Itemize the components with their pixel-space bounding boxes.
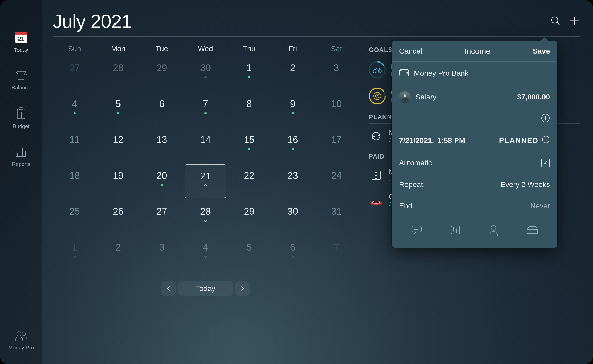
attachment-icon[interactable] (526, 225, 539, 237)
calendar-day[interactable]: 1 (53, 235, 96, 271)
calendar-day[interactable]: 5 (96, 92, 140, 127)
calendar-day[interactable]: 8 (227, 92, 271, 127)
event-dot (292, 148, 294, 150)
svg-line-47 (546, 140, 547, 140)
calendar-day[interactable]: 13 (140, 127, 184, 163)
calendar-day[interactable]: 6 (271, 235, 314, 271)
sidebar: 21 Today Balance (0, 0, 42, 364)
planned-dot (74, 256, 76, 258)
prev-month-button[interactable] (161, 281, 176, 296)
calendar-day[interactable]: 23 (271, 163, 314, 199)
automatic-checkbox[interactable]: ✓ (541, 159, 550, 167)
repeat-value: Every 2 Weeks (500, 180, 550, 189)
note-icon[interactable] (411, 225, 422, 237)
calendar-day[interactable]: 31 (315, 199, 358, 235)
cancel-button[interactable]: Cancel (399, 47, 422, 55)
calendar-day[interactable]: 30 (184, 56, 227, 92)
weekday-label: Sat (315, 45, 358, 53)
calendar-day[interactable]: 3 (315, 56, 358, 92)
calendar-day[interactable]: 2 (96, 235, 140, 271)
coffee-icon (369, 193, 384, 208)
calendar-day[interactable]: 24 (315, 163, 358, 199)
calendar-day[interactable]: 21 (185, 164, 226, 198)
sidebar-budget-label: Budget (13, 123, 29, 130)
weekday-label: Tue (140, 45, 184, 53)
category-row[interactable]: Salary $7,000.00 (392, 85, 557, 109)
date-value: 7/21/2021, (399, 136, 434, 145)
sidebar-item-budget[interactable]: Budget (13, 107, 29, 130)
calendar-day[interactable]: 28 (96, 56, 140, 92)
svg-point-38 (373, 201, 379, 203)
account-row[interactable]: Money Pro Bank (392, 61, 557, 85)
transaction-popover: Cancel Income Save Money Pro Bank (392, 41, 557, 248)
repeat-row[interactable]: Repeat Every 2 Weeks (392, 174, 557, 195)
calendar-day[interactable]: 25 (53, 199, 96, 235)
calendar-day[interactable]: 16 (271, 127, 314, 163)
calendar-day[interactable]: 29 (140, 56, 184, 92)
calendar-day[interactable]: 20 (140, 163, 184, 199)
calendar-day[interactable]: 29 (227, 199, 271, 235)
calendar-day[interactable]: 11 (53, 127, 96, 163)
calendar-day[interactable]: 5 (227, 235, 271, 271)
calendar-day[interactable]: 4 (53, 92, 96, 127)
calendar-day[interactable]: 2 (271, 56, 314, 92)
end-value: Never (530, 202, 550, 210)
calendar-day[interactable]: 4 (184, 235, 227, 271)
sidebar-today-label: Today (14, 47, 28, 53)
calendar-day[interactable]: 9 (271, 92, 314, 127)
calendar-day[interactable]: 15 (227, 127, 271, 163)
calendar-day[interactable]: 18 (53, 163, 96, 199)
calendar-day[interactable]: 7 (184, 92, 227, 127)
category-name: Salary (415, 93, 436, 101)
datetime-row[interactable]: 7/21/2021, 1:58 PM PLANNED (392, 129, 557, 152)
calendar-day[interactable]: 27 (53, 56, 96, 92)
bar-chart-icon (15, 146, 27, 159)
sidebar-item-today[interactable]: 21 Today (14, 32, 28, 53)
event-dot (161, 184, 163, 186)
today-button[interactable]: Today (178, 281, 233, 296)
amount-value: $7,000.00 (517, 93, 550, 101)
sidebar-item-reports[interactable]: Reports (12, 146, 30, 167)
hashtag-icon[interactable] (449, 225, 461, 237)
popover-type[interactable]: Income (465, 47, 490, 56)
svg-point-15 (17, 332, 21, 336)
svg-point-56 (491, 226, 496, 230)
add-split-row[interactable] (392, 109, 557, 129)
svg-rect-51 (451, 226, 460, 234)
repeat-label: Repeat (399, 180, 423, 189)
sidebar-reports-label: Reports (12, 161, 30, 167)
calendar-day[interactable]: 1 (227, 56, 271, 92)
search-icon[interactable] (550, 16, 561, 27)
agent-icon[interactable] (488, 225, 499, 237)
calendar-day[interactable]: 14 (184, 127, 227, 163)
calendar-day[interactable]: 26 (96, 199, 140, 235)
calendar-day[interactable]: 12 (96, 127, 140, 163)
save-button[interactable]: Save (533, 47, 550, 55)
next-month-button[interactable] (235, 281, 250, 296)
calendar-day[interactable]: 22 (227, 163, 271, 199)
budget-icon (16, 107, 26, 121)
calendar-day[interactable]: 10 (315, 92, 358, 127)
calendar-day[interactable]: 30 (271, 199, 314, 235)
app-window: 21 Today Balance (0, 0, 593, 364)
event-dot (204, 112, 207, 114)
end-row[interactable]: End Never (392, 195, 557, 217)
end-label: End (399, 202, 412, 210)
weekday-label: Wed (184, 45, 227, 53)
calendar-day[interactable]: 19 (96, 163, 140, 199)
calendar-day[interactable]: 27 (140, 199, 184, 235)
calendar-day[interactable]: 7 (315, 235, 358, 271)
calendar-day[interactable]: 6 (140, 92, 184, 127)
add-icon[interactable] (569, 16, 580, 27)
calendar-day[interactable]: 3 (140, 235, 184, 271)
sidebar-item-balance[interactable]: Balance (12, 69, 31, 91)
svg-text:21: 21 (18, 35, 24, 42)
automatic-row[interactable]: Automatic ✓ (392, 152, 557, 174)
planned-dot (204, 220, 207, 222)
calendar-day[interactable]: 17 (315, 127, 358, 163)
svg-line-52 (453, 227, 454, 233)
sidebar-item-profile[interactable]: Money Pro (8, 331, 34, 351)
clock-icon (542, 135, 550, 146)
calendar-day[interactable]: 28 (184, 199, 227, 235)
plus-circle-icon (541, 114, 550, 124)
